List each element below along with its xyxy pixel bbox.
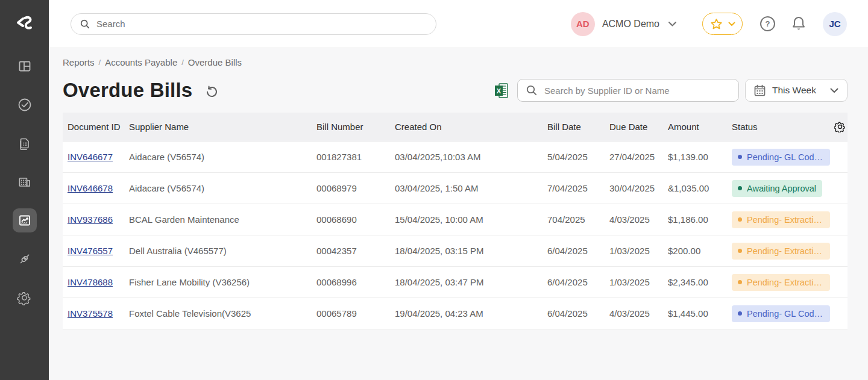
status-badge: Pending- GL Coding	[732, 305, 830, 322]
document-id-link[interactable]: INV646678	[68, 183, 113, 193]
status-badge: Pending- Extractio...	[732, 274, 830, 291]
sidebar-item-approvals[interactable]	[13, 93, 37, 117]
column-header-due-date[interactable]: Due Date	[609, 122, 668, 132]
amount-cell: $2,345.00	[668, 277, 732, 287]
bill-number-cell: 00068996	[316, 277, 395, 287]
column-header-bill-number[interactable]: Bill Number	[316, 122, 395, 132]
bill-date-cell: 6/04/2025	[547, 308, 609, 319]
breadcrumb-item-current: Overdue Bills	[188, 57, 242, 67]
org-chevron-down-icon[interactable]	[668, 19, 677, 30]
search-icon	[80, 19, 90, 31]
sidebar	[0, 0, 49, 380]
due-date-cell: 1/03/2025	[609, 246, 668, 256]
sidebar-item-documents[interactable]	[13, 131, 37, 155]
document-id-link[interactable]: INV478688	[68, 277, 113, 287]
sidebar-item-reports[interactable]	[13, 208, 37, 232]
bill-date-cell: 7/04/2025	[547, 183, 609, 193]
supplier-search-input[interactable]	[517, 79, 739, 102]
favorites-chevron-down-icon	[728, 22, 735, 26]
global-search-input[interactable]	[71, 13, 436, 35]
table-header-row: Document ID Supplier Name Bill Number Cr…	[63, 113, 848, 142]
plug-connection-icon	[17, 251, 33, 267]
table-row: INV476557 Dell Australia (V465577) 00042…	[63, 235, 848, 267]
user-avatar[interactable]: JC	[823, 12, 847, 36]
breadcrumb-item[interactable]: Accounts Payable	[105, 57, 177, 67]
supplier-name-cell: BCAL Garden Maintenance	[129, 214, 316, 225]
amount-cell: $1,186.00	[668, 214, 732, 225]
building-icon	[17, 175, 32, 190]
svg-text:X: X	[497, 87, 502, 95]
breadcrumb-item[interactable]: Reports	[63, 57, 95, 67]
topbar: AD ACMO Demo ?	[49, 0, 868, 48]
content: Reports / Accounts Payable / Overdue Bil…	[49, 48, 868, 329]
favorites-button[interactable]	[702, 13, 743, 35]
refresh-button[interactable]	[206, 86, 218, 98]
status-cell: Awaiting Approval	[732, 180, 834, 197]
document-id-link[interactable]: INV476557	[68, 246, 113, 256]
column-settings-button[interactable]	[834, 121, 846, 132]
column-header-created-on[interactable]: Created On	[395, 122, 547, 132]
status-dot-icon	[738, 311, 742, 316]
overdue-bills-table: Document ID Supplier Name Bill Number Cr…	[63, 113, 848, 329]
app-root: AD ACMO Demo ?	[0, 0, 868, 380]
bill-date-cell: 704/2025	[547, 214, 609, 225]
bell-icon	[791, 16, 806, 32]
search-icon	[526, 85, 537, 98]
svg-text:?: ?	[766, 19, 770, 28]
column-header-amount[interactable]: Amount	[668, 122, 732, 132]
status-cell: Pending- Extractio...	[732, 243, 834, 260]
page-title: Overdue Bills	[63, 79, 192, 102]
column-header-status[interactable]: Status	[732, 122, 834, 132]
org-name: ACMO Demo	[602, 19, 659, 30]
status-dot-icon	[738, 249, 742, 253]
document-id-link[interactable]: INV646677	[68, 152, 113, 162]
help-button[interactable]: ?	[760, 16, 776, 32]
created-on-cell: 18/04/2025, 03:47 PM	[395, 277, 547, 287]
status-dot-icon	[738, 280, 742, 284]
notifications-button[interactable]	[791, 16, 806, 32]
status-badge: Awaiting Approval	[732, 180, 822, 197]
status-cell: Pending- GL Coding	[732, 305, 834, 322]
date-filter-dropdown[interactable]: This Week	[745, 79, 848, 102]
column-header-bill-date[interactable]: Bill Date	[547, 122, 609, 132]
column-header-supplier-name[interactable]: Supplier Name	[129, 122, 316, 132]
bill-number-cell: 00068979	[316, 183, 395, 193]
sidebar-item-settings[interactable]	[13, 285, 37, 310]
help-icon: ?	[760, 16, 776, 32]
export-excel-button[interactable]: X	[495, 83, 509, 99]
app-logo[interactable]	[0, 0, 49, 48]
bill-number-cell: 001827381	[316, 152, 395, 162]
supplier-name-cell: Aidacare (V56574)	[129, 183, 316, 193]
amount-cell: &1,035.00	[668, 183, 732, 193]
table-row: INV478688 Fisher Lane Mobility (V36256) …	[63, 267, 848, 298]
org-avatar: AD	[571, 12, 595, 36]
due-date-cell: 4/03/2025	[609, 214, 668, 225]
created-on-cell: 19/04/2025, 04:23 AM	[395, 308, 547, 319]
status-dot-icon	[738, 186, 742, 190]
status-cell: Pending- Extractio...	[732, 274, 834, 291]
bill-date-cell: 5/04/2025	[547, 152, 609, 162]
breadcrumb-separator: /	[99, 58, 101, 67]
table-row: INV937686 BCAL Garden Maintenance 000686…	[63, 204, 848, 235]
amount-cell: $200.00	[668, 246, 732, 256]
check-circle-icon	[17, 97, 33, 113]
due-date-cell: 4/03/2025	[609, 308, 668, 319]
brand-logo-icon	[13, 12, 37, 36]
sidebar-item-dashboard[interactable]	[13, 54, 37, 78]
main-area: AD ACMO Demo ?	[49, 0, 868, 380]
due-date-cell: 27/04/2025	[609, 152, 668, 162]
created-on-cell: 03/04/2025,10:03 AM	[395, 152, 547, 162]
dashboard-icon	[17, 59, 32, 73]
status-badge: Pending- Extractio...	[732, 243, 830, 260]
status-badge: Pending- GL Coding	[732, 149, 830, 166]
sidebar-item-integrations[interactable]	[13, 247, 37, 271]
date-filter-chevron-down-icon	[830, 85, 838, 96]
column-header-document-id[interactable]: Document ID	[63, 122, 129, 132]
excel-icon: X	[495, 83, 509, 99]
document-id-link[interactable]: INV375578	[68, 308, 113, 319]
table-search	[517, 79, 739, 102]
supplier-name-cell: Fisher Lane Mobility (V36256)	[129, 277, 316, 287]
created-on-cell: 15/04/2025, 10:00 AM	[395, 214, 547, 225]
document-id-link[interactable]: INV937686	[68, 214, 113, 225]
sidebar-item-company[interactable]	[13, 170, 37, 194]
